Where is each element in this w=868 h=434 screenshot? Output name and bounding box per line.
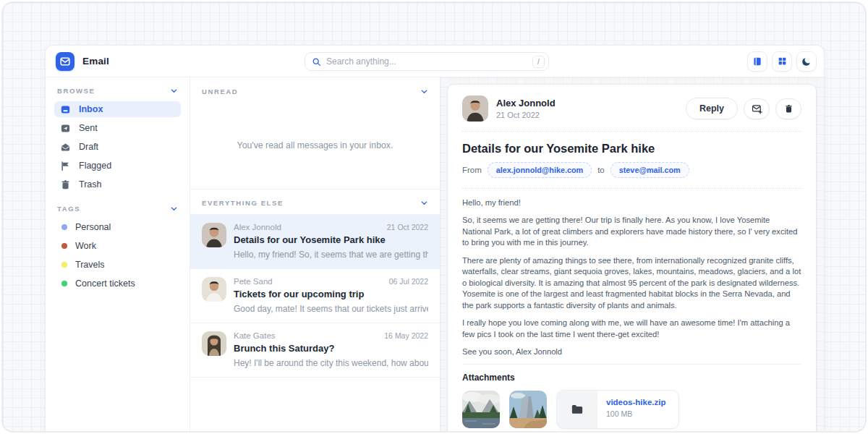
flag-icon xyxy=(60,161,71,171)
unread-section-header: UNREAD xyxy=(190,77,440,101)
mail-date: 06 Jul 2022 xyxy=(389,277,428,286)
moon-icon xyxy=(801,56,812,67)
mail-sender: Alex Jonnold xyxy=(234,223,281,231)
tag-dot xyxy=(61,262,67,268)
from-email-chip[interactable]: alex.jonnold@hike.com xyxy=(488,162,592,178)
email-app-window: Email / xyxy=(45,45,825,431)
tag-label: Travels xyxy=(75,260,105,270)
from-to-row: From alex.jonnold@hike.com to steve@mail… xyxy=(462,162,801,178)
sidebar-item-trash[interactable]: Trash xyxy=(54,176,181,192)
attachments-label: Attachments xyxy=(462,373,801,383)
mail-date: 16 May 2022 xyxy=(384,331,428,340)
book-icon xyxy=(752,56,762,67)
tags-section-header: TAGS xyxy=(54,205,181,213)
search-icon xyxy=(312,57,321,67)
tag-item-work[interactable]: Work xyxy=(54,238,181,254)
sidebar-item-label: Inbox xyxy=(79,104,103,114)
tag-dot xyxy=(61,243,67,249)
sidebar: BROWSE Inbox Sent xyxy=(46,77,190,431)
browse-label: BROWSE xyxy=(57,87,95,95)
apps-button[interactable] xyxy=(772,51,792,72)
mail-preview: Good day, mate! It seems that our ticket… xyxy=(234,304,428,314)
app-title: Email xyxy=(82,56,109,67)
unread-empty-state: You've read all messages in your inbox. xyxy=(190,101,440,190)
mail-subject: Tickets for our upcoming trip xyxy=(234,289,428,299)
tags-section: TAGS Personal Work xyxy=(54,205,181,292)
page-background: Email / xyxy=(1,1,867,433)
trash-icon xyxy=(784,104,793,114)
divider xyxy=(462,364,801,365)
detail-sender-block: Alex Jonnold 21 Oct 2022 xyxy=(496,98,556,119)
search-bar[interactable]: / xyxy=(305,52,549,71)
mail-sender: Pete Sand xyxy=(234,277,273,286)
sidebar-item-draft[interactable]: Draft xyxy=(54,139,181,155)
mail-subject: Brunch this Saturday? xyxy=(234,343,428,354)
everything-else-label: EVERYTHING ELSE xyxy=(202,199,284,207)
mail-sender: Kate Gates xyxy=(234,331,276,340)
chevron-down-icon[interactable] xyxy=(420,199,428,207)
tag-label: Personal xyxy=(75,222,111,232)
attachment-file-meta: videos-hike.zip 100 MB xyxy=(597,391,674,428)
attachment-file-name: videos-hike.zip xyxy=(606,398,665,407)
sent-icon xyxy=(60,123,71,134)
mail-item-content: Pete Sand 06 Jul 2022 Tickets for our up… xyxy=(234,277,428,314)
tag-dot xyxy=(61,224,67,230)
chevron-down-icon[interactable] xyxy=(170,87,178,95)
sidebar-item-label: Sent xyxy=(79,123,98,133)
detail-sender-name: Alex Jonnold xyxy=(496,98,556,109)
search-shortcut-badge: / xyxy=(532,56,545,68)
chevron-down-icon[interactable] xyxy=(420,88,428,95)
inbox-icon xyxy=(60,104,71,115)
sidebar-item-sent[interactable]: Sent xyxy=(54,120,181,136)
avatar xyxy=(202,277,226,302)
mail-list-item-kate[interactable]: Kate Gates 16 May 2022 Brunch this Satur… xyxy=(190,323,440,378)
detail-area: Alex Jonnold 21 Oct 2022 Reply xyxy=(441,77,824,431)
email-subject: Details for our Yosemite Park hike xyxy=(462,142,801,156)
reply-button[interactable]: Reply xyxy=(686,98,738,119)
mail-list-item-alex[interactable]: Alex Jonnold 21 Oct 2022 Details for our… xyxy=(190,215,440,269)
detail-date: 21 Oct 2022 xyxy=(496,111,556,119)
mail-list-item-pete[interactable]: Pete Sand 06 Jul 2022 Tickets for our up… xyxy=(190,269,440,323)
forward-mail-button[interactable] xyxy=(744,98,770,119)
sidebar-item-inbox[interactable]: Inbox xyxy=(54,101,181,117)
chevron-down-icon[interactable] xyxy=(170,205,178,213)
draft-icon xyxy=(60,142,71,153)
tags-label: TAGS xyxy=(57,205,80,213)
attachment-photo-half-dome[interactable] xyxy=(509,391,547,428)
email-logo-icon xyxy=(56,52,75,71)
mail-preview: Hey! I'll be around the city this weeken… xyxy=(234,358,428,368)
app-body: BROWSE Inbox Sent xyxy=(46,77,824,431)
sidebar-item-flagged[interactable]: Flagged xyxy=(54,158,181,174)
book-button[interactable] xyxy=(747,51,767,72)
mail-preview: Hello, my friend! So, it seems that we a… xyxy=(234,250,428,260)
unread-label: UNREAD xyxy=(202,88,238,95)
grid-icon xyxy=(778,56,787,66)
attachment-file-size: 100 MB xyxy=(606,409,665,418)
dark-mode-button[interactable] xyxy=(796,51,817,72)
sidebar-item-label: Trash xyxy=(79,179,102,190)
tag-label: Work xyxy=(75,241,96,251)
body-paragraph: I really hope you love coming along with… xyxy=(462,318,801,340)
top-actions xyxy=(747,51,817,72)
body-paragraph: There are plenty of amazing things to se… xyxy=(462,255,801,311)
to-email-chip[interactable]: steve@mail.com xyxy=(610,162,689,178)
attachment-file-card[interactable]: videos-hike.zip 100 MB xyxy=(556,390,679,429)
email-detail-card: Alex Jonnold 21 Oct 2022 Reply xyxy=(447,84,817,431)
email-body: Hello, my friend! So, it seems we are ge… xyxy=(462,197,801,357)
detail-header: Alex Jonnold 21 Oct 2022 Reply xyxy=(462,95,801,122)
mail-subject: Details for our Yosemite Park hike xyxy=(234,234,428,245)
tag-item-personal[interactable]: Personal xyxy=(54,219,181,235)
body-paragraph: So, it seems we are getting there! Our t… xyxy=(462,215,801,248)
tag-item-concert-tickets[interactable]: Concert tickets xyxy=(54,276,181,292)
search-input[interactable] xyxy=(326,56,527,67)
sidebar-item-label: Draft xyxy=(79,142,98,152)
attachments-row: videos-hike.zip 100 MB xyxy=(462,390,801,429)
top-bar: Email / xyxy=(46,46,824,77)
mail-plus-icon xyxy=(752,103,762,114)
attachment-photo-valley[interactable] xyxy=(462,391,500,428)
delete-button[interactable] xyxy=(775,98,801,119)
from-label: From xyxy=(462,166,482,174)
body-paragraph: Hello, my friend! xyxy=(462,197,801,208)
tag-item-travels[interactable]: Travels xyxy=(54,257,181,273)
mail-date: 21 Oct 2022 xyxy=(387,223,428,231)
